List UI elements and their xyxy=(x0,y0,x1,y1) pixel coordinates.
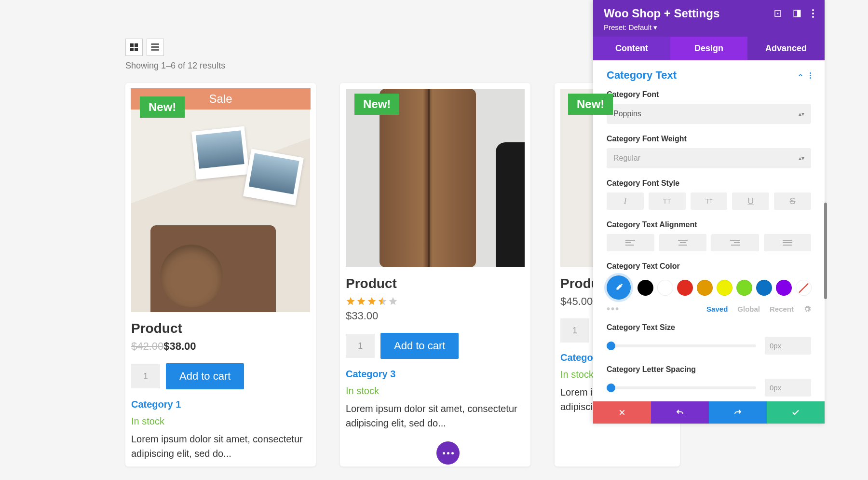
quantity-input[interactable] xyxy=(346,334,375,358)
new-badge: New! xyxy=(140,96,185,118)
product-title: Product xyxy=(346,276,525,291)
chevron-down-icon: ▾ xyxy=(653,23,657,31)
more-icon[interactable] xyxy=(812,9,814,18)
strikethrough-button[interactable]: S xyxy=(774,192,811,210)
undo-button[interactable] xyxy=(651,401,709,424)
slider-handle[interactable] xyxy=(607,342,615,350)
color-picker-button[interactable] xyxy=(607,275,631,300)
price: $33.00 xyxy=(346,310,378,322)
undo-icon xyxy=(676,408,684,417)
color-none-swatch[interactable] xyxy=(796,280,812,296)
label-size: Category Text Size xyxy=(607,323,811,332)
tab-content[interactable]: Content xyxy=(593,37,670,60)
font-select[interactable]: Poppins ▴▾ xyxy=(607,104,811,124)
quantity-input[interactable] xyxy=(131,364,160,388)
snap-icon[interactable] xyxy=(793,9,801,18)
quantity-input[interactable] xyxy=(560,318,589,343)
panel-tabs: Content Design Advanced xyxy=(593,37,825,60)
category-link[interactable]: Category 3 xyxy=(346,369,525,380)
star-half-icon xyxy=(378,296,387,306)
gear-icon[interactable] xyxy=(803,305,811,313)
smallcaps-button[interactable]: TT xyxy=(691,192,728,210)
tab-saved[interactable]: Saved xyxy=(706,305,728,313)
product-card: New! Product $33.00 Add to cart Category… xyxy=(340,83,530,466)
star-icon xyxy=(346,296,355,306)
panel-actions xyxy=(593,401,825,424)
confirm-button[interactable] xyxy=(767,401,825,424)
price-row: $42.00$38.00 xyxy=(131,340,310,353)
uppercase-button[interactable]: TT xyxy=(649,192,686,210)
color-swatch[interactable] xyxy=(697,280,713,296)
tab-global[interactable]: Global xyxy=(737,305,760,313)
italic-button[interactable]: I xyxy=(607,192,644,210)
grid-view-button[interactable] xyxy=(125,39,143,56)
color-swatch[interactable] xyxy=(677,280,693,296)
color-swatch[interactable] xyxy=(776,280,792,296)
new-badge: New! xyxy=(354,94,399,115)
module-options-fab[interactable] xyxy=(436,441,460,465)
svg-point-1 xyxy=(777,13,779,14)
align-center-button[interactable] xyxy=(659,234,707,251)
list-view-button[interactable] xyxy=(147,39,164,56)
panel-title: Woo Shop + Settings xyxy=(604,7,719,20)
star-empty-icon xyxy=(388,296,398,306)
color-swatch[interactable] xyxy=(657,280,673,296)
stock-status: In stock xyxy=(346,385,525,397)
section-title[interactable]: Category Text xyxy=(607,69,677,82)
price: $38.00 xyxy=(163,340,196,352)
color-swatch[interactable] xyxy=(717,280,732,296)
close-button[interactable] xyxy=(593,401,651,424)
tab-recent[interactable]: Recent xyxy=(770,305,794,313)
slider-handle[interactable] xyxy=(607,384,615,392)
color-swatch[interactable] xyxy=(756,280,772,296)
color-swatch[interactable] xyxy=(736,280,752,296)
spacing-slider[interactable] xyxy=(607,386,756,389)
product-image[interactable] xyxy=(131,110,310,312)
product-card: Sale New! Product $42.00$38.00 Add to ca… xyxy=(125,83,316,466)
label-weight: Category Font Weight xyxy=(607,135,811,143)
align-left-button[interactable] xyxy=(607,234,654,251)
section-category-text: Category Text Category Font Poppins ▴▾ C… xyxy=(593,60,825,397)
star-icon xyxy=(356,296,366,306)
stock-status: In stock xyxy=(131,416,310,427)
add-to-cart-button[interactable]: Add to cart xyxy=(380,333,459,359)
product-title: Product xyxy=(131,321,310,336)
align-justify-button[interactable] xyxy=(764,234,812,251)
more-icon[interactable] xyxy=(810,72,811,79)
select-arrows-icon: ▴▾ xyxy=(799,155,804,162)
grid-icon xyxy=(130,43,138,51)
category-link[interactable]: Category 1 xyxy=(131,399,310,410)
underline-button[interactable]: U xyxy=(732,192,769,210)
check-icon xyxy=(791,408,800,417)
add-to-cart-button[interactable]: Add to cart xyxy=(166,363,244,389)
weight-select[interactable]: Regular ▴▾ xyxy=(607,148,811,168)
product-description: Lorem ipsum dolor sit amet, consectetur … xyxy=(346,401,525,430)
star-icon xyxy=(367,296,377,306)
preset-selector[interactable]: Preset: Default ▾ xyxy=(604,23,814,32)
product-description: Lorem ipsum dolor sit amet, consectetur … xyxy=(131,432,310,461)
old-price: $42.00 xyxy=(131,340,163,352)
panel-header: Woo Shop + Settings Preset: Default ▾ xyxy=(593,0,825,37)
product-image[interactable] xyxy=(346,89,525,267)
spacing-input[interactable] xyxy=(765,379,811,397)
tab-design[interactable]: Design xyxy=(670,37,747,60)
label-align: Category Text Alignment xyxy=(607,220,811,229)
tab-advanced[interactable]: Advanced xyxy=(747,37,825,60)
label-spacing: Category Letter Spacing xyxy=(607,365,811,374)
star-rating xyxy=(346,296,525,306)
color-palette-tabs: ••• Saved Global Recent xyxy=(607,303,811,315)
align-right-button[interactable] xyxy=(711,234,759,251)
scrollbar[interactable] xyxy=(824,203,827,299)
expand-icon[interactable] xyxy=(773,9,782,18)
price: $45.00 xyxy=(560,295,593,307)
color-swatch[interactable] xyxy=(637,280,653,296)
redo-button[interactable] xyxy=(709,401,767,424)
redo-icon xyxy=(733,408,742,417)
size-slider[interactable] xyxy=(607,344,756,347)
chevron-up-icon[interactable] xyxy=(797,72,804,79)
size-input[interactable] xyxy=(765,337,811,355)
svg-rect-3 xyxy=(797,10,800,17)
more-colors-icon[interactable]: ••• xyxy=(607,303,620,315)
settings-panel: Woo Shop + Settings Preset: Default ▾ Co… xyxy=(593,0,825,424)
label-font: Category Font xyxy=(607,90,811,99)
